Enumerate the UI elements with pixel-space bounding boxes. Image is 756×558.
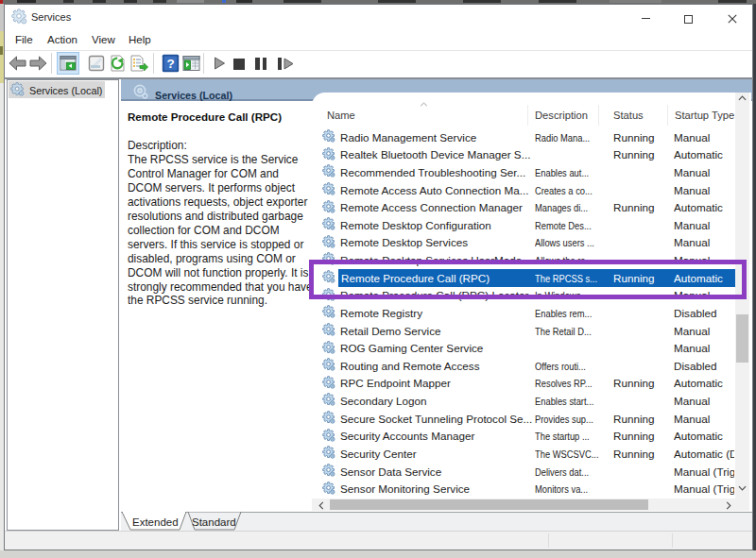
svg-text:?: ? xyxy=(166,57,174,71)
